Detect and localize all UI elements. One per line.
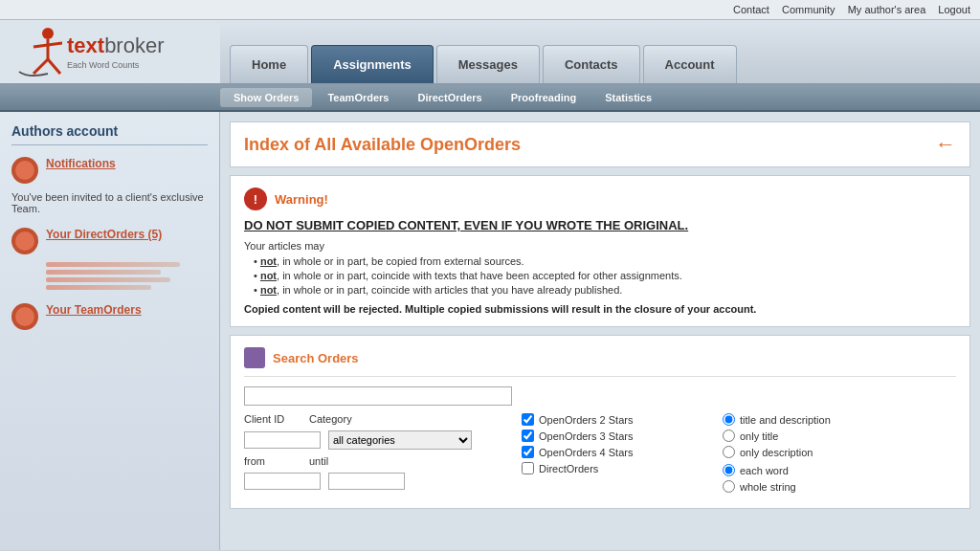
from-until-inputs <box>244 473 512 490</box>
radio-title-label: only title <box>740 430 778 442</box>
subnav-show-orders[interactable]: Show Orders <box>220 88 312 107</box>
direct-orders-lines <box>46 262 208 290</box>
back-arrow-button[interactable]: ← <box>935 132 956 157</box>
notifications-text: You've been invited to a client's exclus… <box>11 191 208 214</box>
warning-footer: Copied content will be rejected. Multipl… <box>244 303 956 315</box>
svg-line-3 <box>33 59 48 74</box>
line-4 <box>46 285 151 290</box>
search-orders-icon <box>244 347 265 368</box>
page-title: Index of All Available OpenOrders <box>244 135 521 155</box>
client-id-input[interactable] <box>244 431 321 449</box>
tab-contacts[interactable]: Contacts <box>543 45 640 83</box>
radio-whole-string-input[interactable] <box>723 480 735 493</box>
checkbox-3stars: OpenOrders 3 Stars <box>522 430 713 442</box>
until-label: until <box>309 455 367 467</box>
subnav-direct-orders[interactable]: DirectOrders <box>404 88 495 107</box>
svg-line-4 <box>48 59 60 74</box>
contact-link[interactable]: Contact <box>733 4 769 15</box>
checkbox-4stars-input[interactable] <box>522 446 534 458</box>
search-title: Search Orders <box>273 351 359 365</box>
warning-list: not, in whole or in part, be copied from… <box>244 255 956 296</box>
nav-tabs: Home Assignments Messages Contacts Accou… <box>220 20 980 83</box>
warning-header: ! Warning! <box>244 187 956 210</box>
search-form-left: Client ID Category all categories from u… <box>244 413 512 496</box>
line-2 <box>46 270 161 275</box>
radio-each-word: each word <box>723 464 956 476</box>
radio-each-word-label: each word <box>740 465 789 476</box>
warning-item-1: not, in whole or in part, be copied from… <box>244 255 956 267</box>
checkbox-3stars-label: OpenOrders 3 Stars <box>539 430 633 442</box>
subnav-team-orders[interactable]: TeamOrders <box>314 88 402 107</box>
top-bar: Contact Community My author's area Logou… <box>0 0 980 20</box>
tab-assignments[interactable]: Assignments <box>311 45 434 83</box>
notifications-label[interactable]: Notifications <box>46 157 116 170</box>
logo-figure <box>14 26 62 78</box>
team-orders-icon <box>11 303 38 330</box>
line-3 <box>46 277 170 282</box>
category-label: Category <box>309 413 367 425</box>
sidebar-title: Authors account <box>11 123 208 145</box>
checkbox-direct-orders: DirectOrders <box>522 462 713 474</box>
logo-text-bold: text <box>67 33 104 57</box>
warning-main-text: DO NOT SUBMIT COPIED CONTENT, EVEN IF YO… <box>244 218 956 232</box>
checkbox-2stars-input[interactable] <box>522 413 534 426</box>
search-box: Search Orders Client ID Category all cat… <box>230 335 970 509</box>
direct-orders-section: Your DirectOrders (5) <box>11 228 208 290</box>
line-1 <box>46 262 180 267</box>
radio-title-desc-label: title and description <box>740 414 831 426</box>
team-orders-row: Your TeamOrders <box>11 303 208 330</box>
not-word-2: not <box>260 270 277 281</box>
team-orders-section: Your TeamOrders <box>11 303 208 330</box>
tab-home[interactable]: Home <box>230 45 308 83</box>
radio-title-desc: title and description <box>723 413 956 426</box>
radio-title-desc-input[interactable] <box>723 413 735 426</box>
checkbox-direct-orders-label: DirectOrders <box>539 463 598 474</box>
from-input[interactable] <box>244 473 321 490</box>
search-input-row <box>244 386 956 406</box>
from-label: from <box>244 455 301 467</box>
tab-account[interactable]: Account <box>643 45 737 83</box>
warning-title: Warning! <box>275 192 328 207</box>
search-header: Search Orders <box>244 347 956 377</box>
main-layout: Authors account Notifications You've bee… <box>0 112 980 550</box>
logo-text-normal: broker <box>104 33 164 57</box>
subnav-statistics[interactable]: Statistics <box>591 88 665 107</box>
direct-orders-icon <box>11 228 38 254</box>
notifications-row: Notifications <box>11 157 208 184</box>
tab-messages[interactable]: Messages <box>436 45 540 83</box>
my-author-area-link[interactable]: My author's area <box>848 4 926 15</box>
sub-nav: Show Orders TeamOrders DirectOrders Proo… <box>0 85 980 112</box>
search-form-middle: OpenOrders 2 Stars OpenOrders 3 Stars Op… <box>522 413 713 478</box>
checkbox-3stars-input[interactable] <box>522 430 534 442</box>
checkbox-4stars: OpenOrders 4 Stars <box>522 446 713 458</box>
radio-title: only title <box>723 430 956 442</box>
logo-tagline: Each Word Counts <box>67 60 164 70</box>
category-select[interactable]: all categories <box>328 430 472 450</box>
direct-orders-icon-inner <box>15 231 34 251</box>
warning-icon: ! <box>244 187 267 210</box>
warning-intro: Your articles may <box>244 240 956 252</box>
radio-desc: only description <box>723 446 956 458</box>
community-link[interactable]: Community <box>782 4 835 15</box>
radio-each-word-input[interactable] <box>723 464 735 476</box>
svg-line-2 <box>33 43 62 47</box>
radio-desc-input[interactable] <box>723 446 735 458</box>
subnav-proofreading[interactable]: Proofreading <box>498 88 590 107</box>
team-orders-label[interactable]: Your TeamOrders <box>46 303 142 317</box>
header: textbroker Each Word Counts Home Assignm… <box>0 20 980 85</box>
from-until-labels: from until <box>244 455 512 467</box>
search-text-input[interactable] <box>244 386 512 406</box>
direct-orders-label[interactable]: Your DirectOrders (5) <box>46 228 162 241</box>
checkbox-direct-orders-input[interactable] <box>522 462 534 474</box>
content: Index of All Available OpenOrders ← ! Wa… <box>220 112 980 550</box>
checkbox-4stars-label: OpenOrders 4 Stars <box>539 447 633 458</box>
client-category-inputs: all categories <box>244 430 512 450</box>
direct-orders-row: Your DirectOrders (5) <box>11 228 208 254</box>
radio-whole-string: whole string <box>723 480 956 493</box>
radio-title-input[interactable] <box>723 430 735 442</box>
warning-item-2: not, in whole or in part, coincide with … <box>244 270 956 281</box>
until-input[interactable] <box>328 473 405 490</box>
checkbox-2stars-label: OpenOrders 2 Stars <box>539 414 633 426</box>
warning-item-3: not, in whole or in part, coincide with … <box>244 284 956 296</box>
logout-link[interactable]: Logout <box>938 4 970 15</box>
